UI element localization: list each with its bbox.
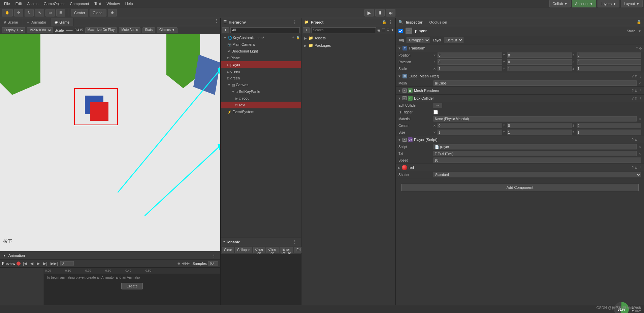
material-header[interactable]: ▶ red ? ⚙ ⋮ <box>396 164 644 171</box>
add-component-btn[interactable]: Add Component <box>401 184 639 191</box>
project-add[interactable]: + <box>303 27 310 33</box>
account-btn[interactable]: Account ▼ <box>572 0 596 7</box>
maximize-btn[interactable]: Maximize On Play <box>85 27 117 33</box>
samples-value[interactable]: 60 <box>208 261 218 266</box>
mf-settings[interactable]: ⚙ <box>635 74 638 78</box>
layers-btn[interactable]: Layers ▼ <box>598 0 619 7</box>
h-item-keycustomization[interactable]: ▼ 🌐 KeyCustomization* 👁 🔒 <box>221 34 301 41</box>
menu-edit[interactable]: Edit <box>13 2 25 6</box>
menu-component[interactable]: Component <box>67 2 92 6</box>
anim-next-end[interactable]: ▶▶| <box>50 261 59 266</box>
menu-help[interactable]: Help <box>123 2 136 6</box>
h-item-dirlight[interactable]: ☀ Directional Light <box>221 48 301 55</box>
clear-btn[interactable]: Clear <box>222 247 234 253</box>
bc-cy-input[interactable] <box>507 123 572 128</box>
tool-transform[interactable]: ⊞ <box>56 9 65 16</box>
clear-on-build-btn[interactable]: Clear on Build <box>266 247 279 253</box>
ps-enabled[interactable]: ✓ <box>402 138 407 142</box>
step-btn[interactable]: ⏭ <box>386 9 395 16</box>
bc-material-value[interactable]: None (Physic Material) <box>433 116 637 121</box>
tool-hand[interactable]: ✋ <box>2 9 13 16</box>
anim-play[interactable]: ▶ <box>36 261 41 266</box>
center-btn[interactable]: Center <box>71 9 88 16</box>
mat-settings[interactable]: ⚙ <box>635 166 638 170</box>
error-pause-btn[interactable]: Error Pause <box>280 247 293 253</box>
snap-btn[interactable]: ⊕ <box>108 9 117 16</box>
bc-sy-input[interactable] <box>507 130 572 135</box>
anim-dots[interactable]: ⋮ <box>210 253 218 258</box>
console-dots[interactable]: ⋮ <box>291 239 298 245</box>
scale-z-input[interactable] <box>577 66 641 71</box>
h-item-setkeypanle[interactable]: ▼ □ SetKeyPanle <box>221 88 301 95</box>
bc-help[interactable]: ? <box>632 97 634 100</box>
proj-icon4[interactable]: ★ <box>391 28 394 32</box>
tag-select[interactable]: Untagged <box>407 37 430 43</box>
tool-move[interactable]: ✛ <box>14 9 23 16</box>
tab-game[interactable]: ◉ Game <box>51 18 74 26</box>
txt-link[interactable]: ○ <box>639 151 641 155</box>
h-item-eventsystem[interactable]: ⚡ EventSystem <box>221 108 301 115</box>
keyframe-nav[interactable]: ◀◆▶ <box>182 261 190 266</box>
transform-header[interactable]: ▼ T Transform ? ⚙ <box>396 44 644 52</box>
pause-btn[interactable]: ⏸ <box>375 9 385 16</box>
stats-btn[interactable]: Stats <box>142 27 155 33</box>
gizmos-btn[interactable]: Gizmos ▼ <box>157 27 178 33</box>
pos-z-input[interactable] <box>577 53 641 58</box>
mute-btn[interactable]: Mute Audio <box>119 27 140 33</box>
clear-on-play-btn[interactable]: Clear on Play <box>253 247 265 253</box>
is-trigger-checkbox[interactable] <box>433 110 438 114</box>
collapse-btn[interactable]: Collapse <box>235 247 252 253</box>
transform-help[interactable]: ? <box>636 46 638 50</box>
bc-cx-input[interactable] <box>438 123 502 128</box>
hierarchy-search[interactable] <box>230 27 300 33</box>
anim-prev[interactable]: ◀ <box>29 261 34 266</box>
view-tabs-dots[interactable]: ⋮ <box>213 18 220 26</box>
bc-enabled[interactable]: ✓ <box>402 96 407 100</box>
display-select[interactable]: Display 1 <box>2 27 25 33</box>
proj-icon3[interactable]: ⚲ <box>387 28 389 32</box>
bc-cz-input[interactable] <box>577 123 641 128</box>
project-search[interactable] <box>311 27 376 33</box>
tool-scale[interactable]: ⤡ <box>35 9 44 16</box>
hierarchy-add[interactable]: + <box>222 27 229 33</box>
h-item-canvas[interactable]: ▼ ▤ Canvas <box>221 81 301 88</box>
bc-more[interactable]: ⋮ <box>639 97 642 100</box>
mesh-value[interactable]: ⊞ Cube <box>433 80 637 86</box>
box-collider-header[interactable]: ▼ ✓ □ Box Collider ? ⚙ ⋮ <box>396 95 644 102</box>
tool-rect[interactable]: ▭ <box>45 9 55 16</box>
layer-select[interactable]: Default <box>444 37 463 43</box>
play-btn[interactable]: ▶ <box>364 9 374 16</box>
proj-icon2[interactable]: ☰ <box>382 28 385 32</box>
mat-help[interactable]: ? <box>632 166 634 170</box>
hierarchy-dots[interactable]: ⋮ <box>291 20 298 25</box>
create-anim-btn[interactable]: Create <box>121 283 142 289</box>
global-btn[interactable]: Global <box>90 9 106 16</box>
mesh-filter-header[interactable]: ▼ ⊞ Cube (Mesh Filter) ? ⚙ ⋮ <box>396 72 644 80</box>
anim-prev-start[interactable]: |◀ <box>22 261 28 266</box>
rot-x-input[interactable] <box>438 59 502 65</box>
pos-y-input[interactable] <box>507 53 572 58</box>
add-keyframe-icon[interactable]: ◆ <box>178 261 180 266</box>
project-item-packages[interactable]: ▶ 📁 Packages <box>301 42 395 49</box>
collab-btn[interactable]: Collab ▼ <box>549 0 571 7</box>
mat-more[interactable]: ⋮ <box>639 166 642 170</box>
menu-gameobject[interactable]: GameObject <box>41 2 67 6</box>
mesh-renderer-header[interactable]: ▼ ✓ ▦ Mesh Renderer ? ⚙ ⋮ <box>396 87 644 94</box>
inspector-lock[interactable]: 🔒 <box>637 20 641 24</box>
tab-scene[interactable]: # Scene <box>0 18 22 26</box>
h-item-green2[interactable]: □ green <box>221 75 301 81</box>
mr-more[interactable]: ⋮ <box>639 89 642 93</box>
mesh-link[interactable]: ○ <box>639 81 641 85</box>
transform-settings[interactable]: ⚙ <box>639 46 642 50</box>
scale-x-input[interactable] <box>438 66 502 71</box>
layout-btn[interactable]: Layout ▼ <box>621 0 643 7</box>
ps-help[interactable]: ? <box>632 138 634 142</box>
mf-more[interactable]: ⋮ <box>639 74 642 78</box>
h-item-text[interactable]: □ Text <box>221 102 301 108</box>
rot-y-input[interactable] <box>507 59 572 65</box>
bc-mat-link[interactable]: ○ <box>639 117 641 121</box>
bc-sx-input[interactable] <box>438 130 502 135</box>
tool-rotate[interactable]: ↻ <box>25 9 34 16</box>
mr-enabled[interactable]: ✓ <box>402 89 407 93</box>
project-dots[interactable]: ⋮ <box>388 20 393 25</box>
